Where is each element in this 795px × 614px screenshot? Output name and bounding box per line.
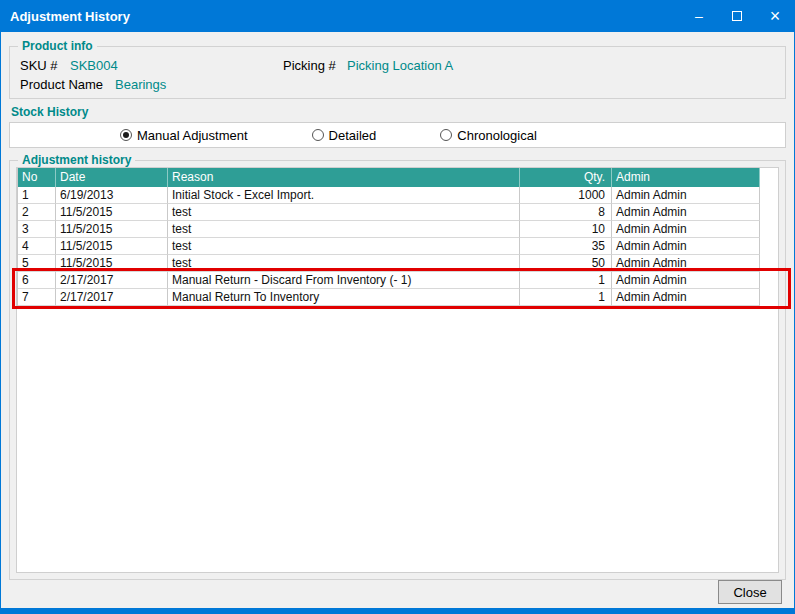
stock-history-panel: Manual Adjustment Detailed Chronological	[9, 122, 786, 148]
column-header-qty[interactable]: Qty.	[520, 168, 612, 187]
window-bottom-border	[0, 608, 795, 614]
table-row[interactable]: 62/17/2017Manual Return - Discard From I…	[18, 272, 760, 289]
maximize-icon	[732, 11, 742, 21]
cell-reason: test	[168, 221, 520, 238]
close-icon: ×	[770, 7, 781, 25]
cell-admin: Admin Admin	[612, 272, 760, 289]
cell-reason: test	[168, 255, 520, 272]
table-row[interactable]: 211/5/2015test8Admin Admin	[18, 204, 760, 221]
table-row[interactable]: 16/19/2013Initial Stock - Excel Import.1…	[18, 187, 760, 204]
cell-qty: 35	[520, 238, 612, 255]
product-name-value: Bearings	[115, 77, 166, 92]
minimize-button[interactable]: –	[680, 0, 718, 32]
radio-label: Manual Adjustment	[137, 128, 248, 143]
cell-date: 6/19/2013	[56, 187, 168, 204]
radio-detailed[interactable]: Detailed	[312, 128, 377, 143]
sku-row: SKU # SKB004 Picking # Picking Location …	[20, 56, 775, 75]
cell-date: 11/5/2015	[56, 204, 168, 221]
table-row[interactable]: 311/5/2015test10Admin Admin	[18, 221, 760, 238]
picking-label: Picking #	[283, 58, 347, 73]
cell-date: 11/5/2015	[56, 221, 168, 238]
close-window-button[interactable]: ×	[756, 0, 794, 32]
cell-reason: Manual Return To Inventory	[168, 289, 520, 306]
cell-admin: Admin Admin	[612, 289, 760, 306]
cell-no: 4	[18, 238, 56, 255]
cell-qty: 10	[520, 221, 612, 238]
cell-admin: Admin Admin	[612, 221, 760, 238]
adjustment-history-group: Adjustment history No Date Reason Qty. A…	[9, 160, 786, 580]
radio-button-icon	[440, 129, 452, 141]
product-info-group: Product info SKU # SKB004 Picking # Pick…	[9, 46, 786, 99]
column-header-no[interactable]: No	[18, 168, 56, 187]
cell-qty: 1000	[520, 187, 612, 204]
product-name-row: Product Name Bearings	[20, 75, 775, 94]
radio-button-icon	[312, 129, 324, 141]
close-button[interactable]: Close	[718, 580, 782, 604]
cell-qty: 1	[520, 289, 612, 306]
radio-label: Chronological	[457, 128, 537, 143]
cell-admin: Admin Admin	[612, 238, 760, 255]
cell-date: 2/17/2017	[56, 289, 168, 306]
radio-chronological[interactable]: Chronological	[440, 128, 537, 143]
table-row[interactable]: 411/5/2015test35Admin Admin	[18, 238, 760, 255]
column-header-reason[interactable]: Reason	[168, 168, 520, 187]
product-info-group-label: Product info	[18, 39, 97, 53]
cell-date: 11/5/2015	[56, 238, 168, 255]
cell-reason: test	[168, 204, 520, 221]
sku-value: SKB004	[70, 58, 283, 73]
cell-qty: 1	[520, 272, 612, 289]
column-header-date[interactable]: Date	[56, 168, 168, 187]
radio-button-icon	[120, 129, 132, 141]
adjustment-history-window: Adjustment History – × Product info SKU …	[0, 0, 795, 608]
cell-admin: Admin Admin	[612, 255, 760, 272]
adjustment-table: No Date Reason Qty. Admin 16/19/2013Init…	[17, 168, 760, 306]
cell-reason: Manual Return - Discard From Inventory (…	[168, 272, 520, 289]
cell-admin: Admin Admin	[612, 187, 760, 204]
cell-no: 7	[18, 289, 56, 306]
radio-label: Detailed	[329, 128, 377, 143]
minimize-icon: –	[695, 8, 703, 24]
titlebar[interactable]: Adjustment History – ×	[1, 0, 794, 32]
sku-label: SKU #	[20, 58, 70, 73]
cell-no: 6	[18, 272, 56, 289]
cell-date: 2/17/2017	[56, 272, 168, 289]
cell-no: 1	[18, 187, 56, 204]
product-name-label: Product Name	[20, 77, 115, 92]
stock-history-group-label: Stock History	[11, 105, 786, 119]
picking-value: Picking Location A	[347, 58, 453, 73]
maximize-button[interactable]	[718, 0, 756, 32]
cell-admin: Admin Admin	[612, 204, 760, 221]
cell-no: 5	[18, 255, 56, 272]
adjustment-history-group-label: Adjustment history	[18, 153, 135, 167]
cell-qty: 8	[520, 204, 612, 221]
cell-reason: test	[168, 238, 520, 255]
table-row[interactable]: 72/17/2017Manual Return To Inventory1Adm…	[18, 289, 760, 306]
radio-manual-adjustment[interactable]: Manual Adjustment	[120, 128, 248, 143]
cell-date: 11/5/2015	[56, 255, 168, 272]
table-row[interactable]: 511/5/2015test50Admin Admin	[18, 255, 760, 272]
cell-qty: 50	[520, 255, 612, 272]
table-body: 16/19/2013Initial Stock - Excel Import.1…	[18, 187, 760, 306]
table-header-row: No Date Reason Qty. Admin	[18, 168, 760, 187]
adjustment-table-panel: No Date Reason Qty. Admin 16/19/2013Init…	[16, 167, 779, 573]
cell-reason: Initial Stock - Excel Import.	[168, 187, 520, 204]
column-header-admin[interactable]: Admin	[612, 168, 760, 187]
cell-no: 2	[18, 204, 56, 221]
window-title: Adjustment History	[1, 9, 680, 24]
cell-no: 3	[18, 221, 56, 238]
